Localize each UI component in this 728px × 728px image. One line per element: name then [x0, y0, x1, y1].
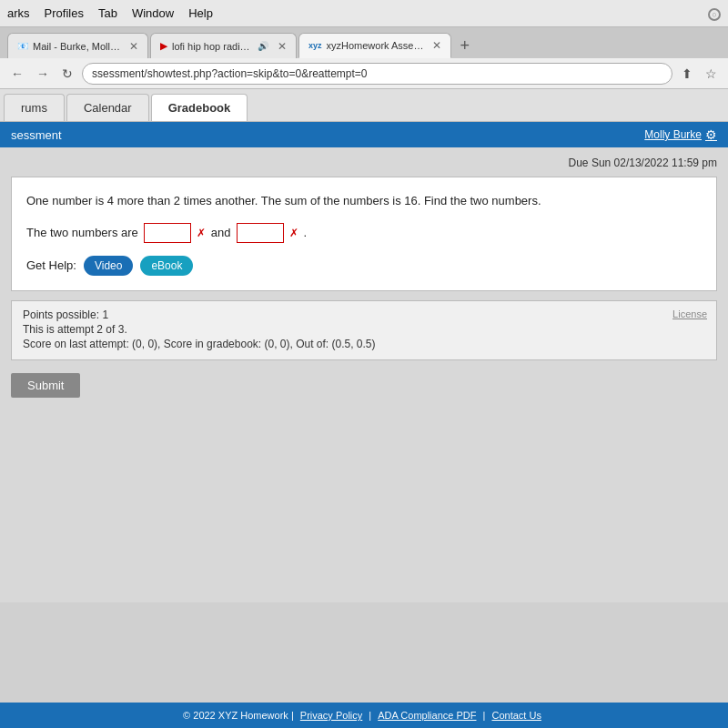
footer-privacy-link[interactable]: Privacy Policy — [300, 710, 362, 721]
points-possible: Points possible: 1 — [23, 308, 705, 321]
submit-button[interactable]: Submit — [11, 373, 80, 398]
question-box: One number is 4 more than 2 times anothe… — [11, 177, 717, 291]
user-name: Molly Burke — [644, 128, 702, 141]
score-info: Score on last attempt: (0, 0), Score in … — [23, 338, 705, 350]
due-date: Due Sun 02/13/2022 11:59 pm — [11, 157, 717, 169]
tab-lofi[interactable]: ▶ lofi hip hop radio - beats to 🔊 ✕ — [150, 33, 297, 58]
tab-mail-close[interactable]: ✕ — [124, 40, 138, 53]
footer-ada-link[interactable]: ADA Compliance PDF — [378, 710, 476, 721]
gear-icon[interactable]: ⚙ — [705, 127, 717, 142]
ebook-button[interactable]: eBook — [140, 256, 193, 276]
help-line: Get Help: Video eBook — [26, 256, 702, 276]
audio-icon: 🔊 — [258, 41, 268, 51]
menu-item-arks[interactable]: arks — [7, 6, 30, 20]
footer-copyright: © 2022 XYZ Homework — [183, 710, 288, 721]
question-text: One number is 4 more than 2 times anothe… — [26, 192, 702, 210]
submit-area: Submit — [11, 360, 717, 405]
menu-item-profiles[interactable]: Profiles — [45, 6, 84, 20]
blue-header: sessment Molly Burke ⚙ — [0, 122, 728, 147]
address-input[interactable] — [82, 63, 672, 85]
tab-xyz-close[interactable]: ✕ — [427, 39, 441, 52]
footer-separator-2: | — [369, 710, 374, 721]
forward-button[interactable]: → — [33, 65, 53, 83]
footer-separator-1: | — [291, 710, 297, 721]
tab-calendar[interactable]: Calendar — [66, 94, 149, 121]
tab-lofi-close[interactable]: ✕ — [272, 40, 287, 53]
user-link[interactable]: Molly Burke ⚙ — [644, 127, 717, 142]
section-title: sessment — [11, 128, 62, 142]
tab-forums[interactable]: rums — [4, 94, 65, 121]
menu-item-window[interactable]: Window — [132, 6, 174, 20]
answer-mark-1: ✗ — [197, 227, 206, 239]
footer-contact-link[interactable]: Contact Us — [491, 710, 541, 721]
address-bar: ← → ↻ ⬆ ☆ — [0, 58, 728, 89]
refresh-button[interactable]: ↻ — [58, 65, 76, 83]
tab-mail-label: Mail - Burke, Molly - Student < — [33, 41, 124, 52]
circle-button-icon: ○ — [708, 8, 721, 21]
menu-item-tab[interactable]: Tab — [98, 6, 117, 20]
share-button[interactable]: ⬆ — [678, 65, 696, 83]
bookmark-button[interactable]: ☆ — [702, 65, 721, 83]
answer-input-2[interactable] — [237, 223, 284, 243]
answer-input-1[interactable] — [144, 223, 191, 243]
answer-line: The two numbers are ✗ and ✗ . — [26, 223, 702, 243]
attempt-info: This is attempt 2 of 3. — [23, 323, 705, 336]
info-box: License Points possible: 1 This is attem… — [11, 300, 717, 360]
tab-lofi-label: lofi hip hop radio - beats to — [172, 41, 254, 52]
site-footer: © 2022 XYZ Homework | Privacy Policy | A… — [0, 703, 728, 728]
menu-item-help[interactable]: Help — [188, 6, 213, 20]
help-label: Get Help: — [26, 258, 76, 272]
tab-bar: 📧 Mail - Burke, Molly - Student < ✕ ▶ lo… — [0, 27, 728, 58]
tab-xyz[interactable]: xyz xyzHomework Assessment ✕ — [298, 33, 451, 58]
xyz-favicon: xyz — [308, 41, 322, 50]
new-tab-button[interactable]: + — [453, 33, 478, 58]
tab-xyz-label: xyzHomework Assessment — [327, 40, 427, 51]
video-button[interactable]: Video — [84, 256, 133, 276]
answer-mark-2: ✗ — [289, 227, 298, 239]
tab-gradebook[interactable]: Gradebook — [151, 94, 248, 121]
back-button[interactable]: ← — [7, 65, 27, 83]
tab-mail[interactable]: 📧 Mail - Burke, Molly - Student < ✕ — [7, 33, 148, 58]
site-tab-bar: rums Calendar Gradebook — [0, 89, 728, 122]
footer-separator-3: | — [483, 710, 489, 721]
main-content: Due Sun 02/13/2022 11:59 pm One number i… — [0, 147, 728, 602]
license-link[interactable]: License — [672, 308, 707, 319]
menu-bar: arks Profiles Tab Window Help ○ — [0, 0, 728, 27]
answer-suffix: . — [304, 226, 308, 239]
lofi-favicon: ▶ — [160, 41, 167, 51]
answer-and: and — [211, 226, 231, 239]
mail-favicon: 📧 — [17, 41, 28, 51]
answer-prefix: The two numbers are — [26, 226, 138, 239]
